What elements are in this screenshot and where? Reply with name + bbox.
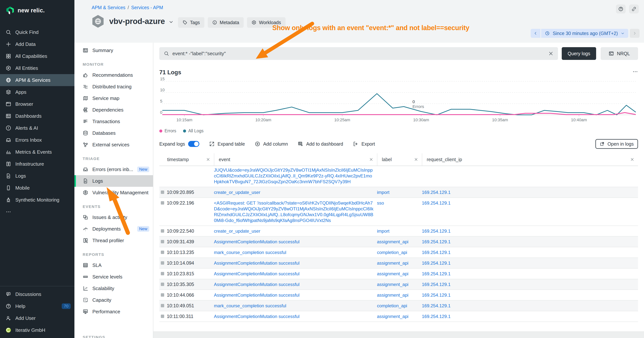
metadata-button[interactable]: Metadata [208, 17, 244, 28]
row-select-handle[interactable] [161, 272, 164, 275]
entity-nav-item-performance[interactable]: Performance [74, 306, 153, 317]
table-row[interactable]: 10:11:00.311AssignmentCompletionMutation… [159, 311, 638, 322]
sidebar-item-infrastructure[interactable]: Infrastructure [0, 158, 74, 170]
more-menu-button[interactable] [632, 69, 638, 76]
cell-event[interactable]: AssignmentCompletionMutation successful [214, 268, 377, 279]
cell-label[interactable]: completion_api [377, 247, 422, 257]
table-row[interactable]: 10:10:14.094AssignmentCompletionMutation… [159, 258, 638, 268]
cell-request-client-ip[interactable] [422, 166, 638, 169]
sidebar-item-errors-inbox[interactable]: Errors Inbox [0, 134, 74, 146]
remove-column-icon[interactable] [206, 157, 210, 162]
cell-label[interactable]: import [377, 187, 422, 197]
sidebar-item-logs[interactable]: Logs [0, 170, 74, 182]
sidebar-item-browser[interactable]: Browser [0, 98, 74, 110]
new-relic-logo[interactable]: new relic. [0, 0, 74, 15]
cell-label[interactable]: import [377, 226, 422, 236]
help-button[interactable] [616, 5, 626, 14]
sidebar-item-iterativ-gmbh[interactable]: Iterativ GmbH [0, 324, 74, 336]
sidebar-item-apm-services[interactable]: APM & Services [0, 74, 74, 86]
cell-event[interactable]: AssignmentCompletionMutation successful [214, 290, 377, 300]
sidebar-item-synthetic-monitoring[interactable]: Synthetic Monitoring [0, 194, 74, 206]
row-select-handle[interactable] [161, 240, 164, 243]
entity-nav-item-sla[interactable]: SLA [74, 259, 153, 271]
sidebar-item-dashboards[interactable]: Dashboards [0, 110, 74, 122]
row-select-handle[interactable] [161, 229, 164, 233]
sidebar-item-discussions[interactable]: Discussions [0, 288, 74, 300]
cell-request-client-ip[interactable]: 169.254.129.1 [422, 279, 638, 289]
cell-request-client-ip[interactable]: 169.254.129.1 [422, 237, 638, 247]
sidebar-item-alerts-ai[interactable]: Alerts & AI [0, 122, 74, 134]
cell-label[interactable]: completion_api [377, 300, 422, 311]
logs-timeseries-chart[interactable]: 05101510:15am10:20am10:25am10:30am10:35a… [159, 78, 638, 125]
entity-nav-item-dependencies[interactable]: Dependencies [74, 104, 153, 116]
entity-nav-item-service-levels[interactable]: Service levels [74, 271, 153, 283]
entity-nav-item-thread-profiler[interactable]: Thread profiler [74, 235, 153, 246]
table-row[interactable]: 10:09:20.895create_or_update_userimport1… [159, 187, 638, 198]
column-header-timestamp[interactable]: timestamp [159, 153, 214, 166]
cell-label[interactable]: assignment_api [377, 279, 422, 289]
sidebar-item-all-capabilities[interactable]: All Capabilities [0, 50, 74, 62]
row-select-handle[interactable] [161, 293, 164, 297]
entity-nav-item-issues-activity[interactable]: Issues & activity [74, 211, 153, 223]
table-row[interactable]: 10:10:35.305AssignmentCompletionMutation… [159, 279, 638, 290]
table-row[interactable]: 10:10:44.066AssignmentCompletionMutation… [159, 290, 638, 300]
cell-request-client-ip[interactable]: 169.254.129.1 [422, 226, 638, 236]
cell-label[interactable]: sso [377, 198, 422, 208]
sidebar-item-mobile[interactable]: Mobile [0, 182, 74, 194]
table-row[interactable]: 10:09:22.540create_or_update_userimport1… [159, 226, 638, 237]
entity-nav-item-scalability[interactable]: Scalability [74, 283, 153, 294]
sidebar-item-add-data[interactable]: Add Data [0, 38, 74, 50]
remove-column-icon[interactable] [414, 157, 418, 162]
entity-nav-item-summary[interactable]: Summary [74, 45, 153, 56]
sidebar-item-apps[interactable]: Apps [0, 86, 74, 98]
table-row[interactable]: 10:09:31.439AssignmentCompletionMutation… [159, 237, 638, 247]
cell-event[interactable]: <ASGIRequest: GET '/sso/callback/?state=… [214, 198, 377, 225]
row-select-handle[interactable] [161, 251, 164, 254]
expand-logs-toggle[interactable] [188, 141, 199, 147]
cell-event[interactable]: create_or_update_user [214, 226, 377, 236]
row-select-handle[interactable] [161, 261, 164, 265]
table-row[interactable]: JUQVU&code=eyJraWQiOiJjcGltY29yZV8wOTI1M… [159, 166, 638, 187]
export-button[interactable]: Export [353, 141, 375, 147]
cell-event[interactable]: AssignmentCompletionMutation successful [214, 279, 377, 289]
entity-nav-item-recommendations[interactable]: Recommendations [74, 69, 153, 81]
row-select-handle[interactable] [161, 304, 164, 307]
cell-event[interactable]: AssignmentCompletionMutation successful [214, 311, 377, 321]
cell-event[interactable]: JUQVU&code=eyJraWQiOiJjcGltY29yZV8wOTI1M… [214, 166, 377, 187]
breadcrumb-link-apm-services[interactable]: APM & Services [92, 5, 126, 10]
cell-request-client-ip[interactable]: 169.254.129.1 [422, 300, 638, 311]
entity-nav-item-deployments[interactable]: DeploymentsNew [74, 223, 153, 235]
log-query-input[interactable] [172, 51, 545, 57]
table-row[interactable]: 10:10:13.235mark_course_completion succe… [159, 247, 638, 258]
cell-event[interactable]: AssignmentCompletionMutation successful [214, 237, 377, 247]
column-header-label[interactable]: label [377, 153, 422, 166]
cell-label[interactable] [377, 166, 422, 169]
clear-search-icon[interactable] [548, 51, 554, 56]
add-column-button[interactable]: Add column [255, 141, 288, 147]
cell-label[interactable]: assignment_api [377, 290, 422, 300]
remove-column-icon[interactable] [369, 157, 373, 162]
entity-nav-item-vulnerability-management[interactable]: Vulnerability Management [74, 187, 153, 198]
query-logs-button[interactable]: Query logs [562, 47, 596, 60]
sidebar-item-help[interactable]: Help70 [0, 300, 74, 312]
legend-item-all-logs[interactable]: All Logs [183, 128, 204, 133]
sidebar-item-more[interactable] [0, 206, 74, 218]
cell-label[interactable]: assignment_api [377, 268, 422, 279]
entity-nav-item-transactions[interactable]: Transactions [74, 116, 153, 127]
sidebar-item-metrics-events[interactable]: Metrics & Events [0, 146, 74, 158]
row-select-handle[interactable] [161, 283, 164, 286]
row-select-handle[interactable] [161, 191, 164, 194]
nrql-button[interactable]: NRQL [600, 47, 638, 60]
column-header-event[interactable]: event [214, 153, 377, 166]
column-header-request-client-ip[interactable]: request_client_ip [422, 153, 638, 166]
cell-label[interactable]: assignment_api [377, 311, 422, 321]
cell-request-client-ip[interactable]: 169.254.129.1 [422, 311, 638, 321]
add-to-dashboard-button[interactable]: Add to dashboard [298, 141, 343, 147]
copy-link-button[interactable] [629, 5, 639, 14]
remove-column-icon[interactable] [630, 157, 634, 162]
sidebar-item-add-user[interactable]: Add User [0, 312, 74, 324]
entity-nav-item-external-services[interactable]: External services [74, 139, 153, 150]
table-row[interactable]: 10:10:23.815AssignmentCompletionMutation… [159, 268, 638, 279]
time-back-button[interactable] [531, 29, 540, 38]
breadcrumb-link-services-apm[interactable]: Services - APM [131, 5, 163, 10]
